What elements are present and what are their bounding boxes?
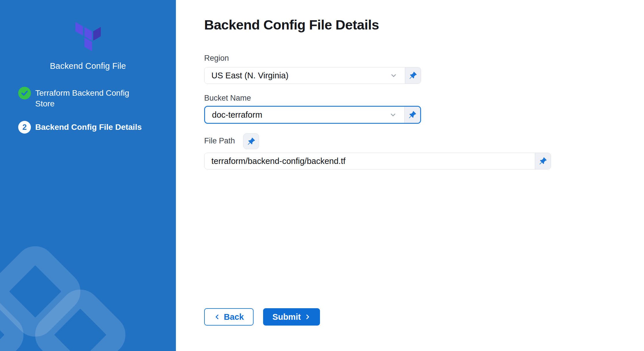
chevron-down-icon [390, 67, 405, 84]
region-label: Region [204, 54, 229, 63]
step-terraform-backend-config-store[interactable]: Terraform Backend Config Store [18, 87, 145, 109]
file-path-label: File Path [204, 136, 235, 145]
wizard-sidebar: Backend Config File Terraform Backend Co… [0, 0, 176, 351]
pin-icon [539, 157, 547, 165]
step-number-badge: 2 [18, 121, 31, 134]
file-path-field [204, 153, 551, 169]
bucket-name-select[interactable]: doc-terraform [204, 106, 421, 124]
chevron-left-icon [214, 314, 220, 320]
chevron-right-icon [304, 314, 311, 320]
file-path-input[interactable] [204, 153, 535, 169]
bucket-pin-button[interactable] [404, 107, 420, 123]
bucket-selected-value: doc-terraform [205, 107, 389, 123]
region-select[interactable]: US East (N. Virginia) [204, 67, 421, 84]
step-label: Terraform Backend Config Store [35, 87, 145, 109]
form-actions: Back Submit [204, 308, 320, 326]
bucket-name-label: Bucket Name [204, 94, 251, 103]
chevron-down-icon [389, 107, 404, 123]
terraform-logo-icon [75, 22, 101, 51]
submit-button[interactable]: Submit [263, 308, 320, 326]
region-pin-button[interactable] [405, 67, 421, 84]
pin-icon [409, 71, 417, 80]
region-selected-value: US East (N. Virginia) [204, 67, 390, 84]
submit-button-label: Submit [272, 312, 301, 322]
wizard-title: Backend Config File [0, 61, 176, 71]
file-path-pin-button[interactable] [535, 153, 551, 169]
back-button-label: Back [224, 312, 244, 322]
pin-icon [247, 137, 255, 145]
pin-icon [408, 111, 416, 119]
step-backend-config-file-details[interactable]: 2 Backend Config File Details [18, 121, 157, 134]
form-panel: Backend Config File Details Region US Ea… [176, 0, 644, 351]
step-label: Backend Config File Details [35, 121, 142, 134]
page-title: Backend Config File Details [204, 17, 379, 33]
step-complete-check-icon [18, 87, 31, 99]
file-path-label-pin-button[interactable] [243, 133, 259, 149]
back-button[interactable]: Back [204, 308, 254, 326]
